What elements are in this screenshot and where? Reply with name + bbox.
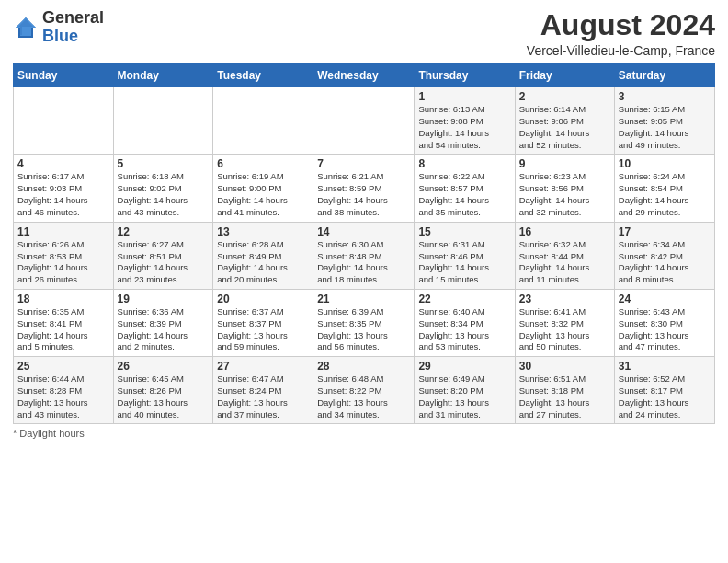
day-number: 22 — [418, 293, 510, 305]
day-number: 26 — [118, 360, 210, 373]
calendar-week-3: 11Sunrise: 6:26 AM Sunset: 8:53 PM Dayli… — [14, 222, 715, 289]
calendar-cell: 18Sunrise: 6:35 AM Sunset: 8:41 PM Dayli… — [14, 289, 114, 356]
day-info: Sunrise: 6:35 AM Sunset: 8:41 PM Dayligh… — [17, 306, 109, 353]
day-info: Sunrise: 6:28 AM Sunset: 8:49 PM Dayligh… — [217, 239, 309, 286]
day-info: Sunrise: 6:17 AM Sunset: 9:03 PM Dayligh… — [17, 171, 109, 218]
header-saturday: Saturday — [614, 64, 714, 87]
calendar-cell — [213, 87, 313, 155]
calendar-cell: 12Sunrise: 6:27 AM Sunset: 8:51 PM Dayli… — [113, 222, 213, 289]
day-number: 10 — [619, 157, 711, 170]
day-info: Sunrise: 6:49 AM Sunset: 8:20 PM Dayligh… — [418, 373, 510, 420]
day-number: 27 — [217, 360, 309, 373]
day-info: Sunrise: 6:24 AM Sunset: 8:54 PM Dayligh… — [619, 171, 711, 218]
calendar-week-5: 25Sunrise: 6:44 AM Sunset: 8:28 PM Dayli… — [14, 357, 715, 424]
logo-icon — [13, 15, 39, 40]
day-info: Sunrise: 6:22 AM Sunset: 8:57 PM Dayligh… — [418, 171, 510, 218]
calendar-cell: 25Sunrise: 6:44 AM Sunset: 8:28 PM Dayli… — [14, 357, 114, 424]
day-info: Sunrise: 6:23 AM Sunset: 8:56 PM Dayligh… — [519, 171, 610, 218]
day-number: 1 — [418, 90, 510, 103]
day-info: Sunrise: 6:27 AM Sunset: 8:51 PM Dayligh… — [118, 239, 210, 286]
calendar-cell: 9Sunrise: 6:23 AM Sunset: 8:56 PM Daylig… — [515, 155, 614, 222]
page: General Blue August 2024 Vercel-Villedie… — [0, 0, 728, 563]
day-number: 29 — [418, 360, 510, 373]
day-info: Sunrise: 6:51 AM Sunset: 8:18 PM Dayligh… — [519, 373, 610, 420]
calendar-cell: 24Sunrise: 6:43 AM Sunset: 8:30 PM Dayli… — [614, 289, 714, 356]
calendar-cell: 5Sunrise: 6:18 AM Sunset: 9:02 PM Daylig… — [113, 155, 213, 222]
calendar-cell: 6Sunrise: 6:19 AM Sunset: 9:00 PM Daylig… — [213, 155, 313, 222]
header-wednesday: Wednesday — [313, 64, 415, 87]
day-info: Sunrise: 6:34 AM Sunset: 8:42 PM Dayligh… — [619, 239, 711, 286]
day-number: 14 — [317, 225, 410, 238]
calendar-week-4: 18Sunrise: 6:35 AM Sunset: 8:41 PM Dayli… — [14, 289, 715, 356]
calendar-cell: 26Sunrise: 6:45 AM Sunset: 8:26 PM Dayli… — [113, 357, 213, 424]
header-sunday: Sunday — [14, 64, 114, 87]
calendar-cell — [14, 87, 114, 155]
calendar-cell: 31Sunrise: 6:52 AM Sunset: 8:17 PM Dayli… — [614, 357, 714, 424]
day-number: 30 — [519, 360, 610, 373]
calendar-cell: 10Sunrise: 6:24 AM Sunset: 8:54 PM Dayli… — [614, 155, 714, 222]
calendar-cell: 29Sunrise: 6:49 AM Sunset: 8:20 PM Dayli… — [415, 357, 515, 424]
day-number: 12 — [118, 225, 210, 238]
day-info: Sunrise: 6:19 AM Sunset: 9:00 PM Dayligh… — [217, 171, 309, 218]
calendar-cell: 15Sunrise: 6:31 AM Sunset: 8:46 PM Dayli… — [415, 222, 515, 289]
header-monday: Monday — [113, 64, 213, 87]
day-info: Sunrise: 6:21 AM Sunset: 8:59 PM Dayligh… — [317, 171, 410, 218]
day-info: Sunrise: 6:31 AM Sunset: 8:46 PM Dayligh… — [418, 239, 510, 286]
day-info: Sunrise: 6:18 AM Sunset: 9:02 PM Dayligh… — [118, 171, 210, 218]
logo-text: General Blue — [42, 9, 104, 46]
calendar-cell: 30Sunrise: 6:51 AM Sunset: 8:18 PM Dayli… — [515, 357, 614, 424]
day-info: Sunrise: 6:13 AM Sunset: 9:08 PM Dayligh… — [418, 104, 510, 151]
calendar-cell: 1Sunrise: 6:13 AM Sunset: 9:08 PM Daylig… — [415, 87, 515, 155]
day-number: 17 — [619, 225, 711, 238]
day-number: 6 — [217, 157, 309, 170]
calendar-table: Sunday Monday Tuesday Wednesday Thursday… — [13, 63, 715, 424]
weekday-header-row: Sunday Monday Tuesday Wednesday Thursday… — [14, 64, 715, 87]
day-info: Sunrise: 6:52 AM Sunset: 8:17 PM Dayligh… — [619, 373, 711, 420]
day-info: Sunrise: 6:39 AM Sunset: 8:35 PM Dayligh… — [317, 306, 410, 353]
day-number: 13 — [217, 225, 309, 238]
location-title: Vercel-Villedieu-le-Camp, France — [527, 43, 715, 58]
day-number: 20 — [217, 293, 309, 305]
calendar-cell: 21Sunrise: 6:39 AM Sunset: 8:35 PM Dayli… — [313, 289, 415, 356]
logo-blue-text: Blue — [42, 27, 78, 45]
day-info: Sunrise: 6:14 AM Sunset: 9:06 PM Dayligh… — [519, 104, 610, 151]
calendar-cell: 7Sunrise: 6:21 AM Sunset: 8:59 PM Daylig… — [313, 155, 415, 222]
calendar-cell: 20Sunrise: 6:37 AM Sunset: 8:37 PM Dayli… — [213, 289, 313, 356]
calendar-cell: 19Sunrise: 6:36 AM Sunset: 8:39 PM Dayli… — [113, 289, 213, 356]
day-number: 24 — [619, 293, 711, 305]
calendar-cell: 8Sunrise: 6:22 AM Sunset: 8:57 PM Daylig… — [415, 155, 515, 222]
day-number: 16 — [519, 225, 610, 238]
day-number: 9 — [519, 157, 610, 170]
calendar-cell: 4Sunrise: 6:17 AM Sunset: 9:03 PM Daylig… — [14, 155, 114, 222]
day-info: Sunrise: 6:48 AM Sunset: 8:22 PM Dayligh… — [317, 373, 410, 420]
logo-general-text: General — [42, 8, 104, 27]
calendar-cell: 11Sunrise: 6:26 AM Sunset: 8:53 PM Dayli… — [14, 222, 114, 289]
day-info: Sunrise: 6:40 AM Sunset: 8:34 PM Dayligh… — [418, 306, 510, 353]
day-number: 15 — [418, 225, 510, 238]
header-thursday: Thursday — [415, 64, 515, 87]
day-info: Sunrise: 6:45 AM Sunset: 8:26 PM Dayligh… — [118, 373, 210, 420]
day-info: Sunrise: 6:44 AM Sunset: 8:28 PM Dayligh… — [17, 373, 109, 420]
day-number: 8 — [418, 157, 510, 170]
calendar-cell: 23Sunrise: 6:41 AM Sunset: 8:32 PM Dayli… — [515, 289, 614, 356]
day-number: 3 — [619, 90, 711, 103]
calendar-week-1: 1Sunrise: 6:13 AM Sunset: 9:08 PM Daylig… — [14, 87, 715, 155]
day-number: 25 — [17, 360, 109, 373]
day-info: Sunrise: 6:26 AM Sunset: 8:53 PM Dayligh… — [17, 239, 109, 286]
day-number: 28 — [317, 360, 410, 373]
calendar-cell: 3Sunrise: 6:15 AM Sunset: 9:05 PM Daylig… — [614, 87, 714, 155]
day-info: Sunrise: 6:41 AM Sunset: 8:32 PM Dayligh… — [519, 306, 610, 353]
day-number: 31 — [619, 360, 711, 373]
day-number: 5 — [118, 157, 210, 170]
day-info: Sunrise: 6:36 AM Sunset: 8:39 PM Dayligh… — [118, 306, 210, 353]
day-number: 2 — [519, 90, 610, 103]
footnote: * Daylight hours — [13, 428, 715, 439]
logo: General Blue — [13, 9, 104, 46]
calendar-cell — [113, 87, 213, 155]
day-number: 7 — [317, 157, 410, 170]
calendar-cell: 16Sunrise: 6:32 AM Sunset: 8:44 PM Dayli… — [515, 222, 614, 289]
calendar-week-2: 4Sunrise: 6:17 AM Sunset: 9:03 PM Daylig… — [14, 155, 715, 222]
day-info: Sunrise: 6:47 AM Sunset: 8:24 PM Dayligh… — [217, 373, 309, 420]
calendar-cell — [313, 87, 415, 155]
day-number: 21 — [317, 293, 410, 305]
